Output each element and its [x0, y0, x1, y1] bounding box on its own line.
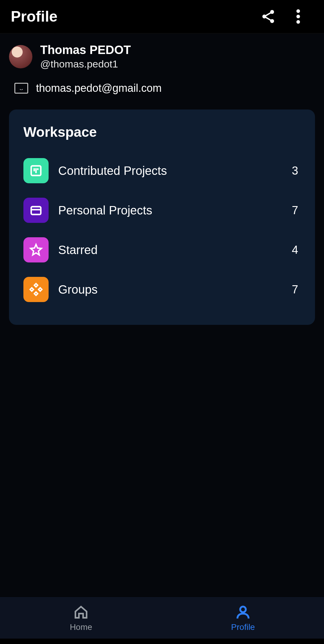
workspace-item-count: 3	[292, 164, 298, 177]
svg-rect-4	[264, 16, 272, 21]
more-vert-icon	[296, 9, 300, 24]
workspace-item-label: Contributed Projects	[58, 164, 292, 178]
user-row[interactable]: Thomas PEDOT @thomas.pedot1	[0, 43, 324, 82]
nav-profile-label: Profile	[231, 622, 255, 632]
groups-icon	[23, 277, 49, 302]
svg-rect-15	[34, 283, 38, 287]
svg-point-7	[296, 20, 300, 24]
bottom-nav: Home Profile	[0, 597, 324, 639]
workspace-item-label: Groups	[58, 283, 292, 296]
system-bar	[0, 639, 324, 644]
svg-point-5	[296, 9, 300, 13]
avatar	[9, 45, 32, 68]
email-row[interactable]: thomas.pedot@gmail.com	[0, 82, 324, 109]
workspace-card: Workspace Contributed Projects 3	[9, 109, 315, 325]
workspace-item-count: 7	[292, 283, 298, 296]
nav-profile[interactable]: Profile	[162, 597, 324, 639]
home-icon	[73, 604, 89, 621]
content: Thomas PEDOT @thomas.pedot1 thomas.pedot…	[0, 34, 324, 597]
mail-icon	[14, 83, 28, 94]
user-text: Thomas PEDOT @thomas.pedot1	[40, 43, 131, 70]
svg-point-6	[296, 15, 300, 18]
profile-icon	[235, 604, 251, 621]
workspace-item-label: Personal Projects	[58, 204, 292, 217]
user-handle: @thomas.pedot1	[40, 58, 131, 70]
folder-icon	[23, 198, 49, 223]
app-bar: Profile	[0, 0, 324, 34]
svg-marker-14	[31, 244, 41, 255]
workspace-item-personal[interactable]: Personal Projects 7	[23, 190, 301, 230]
svg-rect-12	[31, 207, 41, 214]
workspace-item-count: 4	[292, 244, 298, 256]
svg-rect-18	[34, 292, 38, 295]
workspace-title: Workspace	[23, 124, 301, 140]
page-title: Profile	[11, 8, 253, 25]
star-icon	[23, 237, 49, 262]
workspace-item-count: 7	[292, 204, 298, 217]
nav-home-label: Home	[70, 622, 92, 632]
share-icon	[260, 9, 276, 24]
svg-point-19	[240, 607, 246, 612]
workspace-item-contributed[interactable]: Contributed Projects 3	[23, 151, 301, 190]
email-text: thomas.pedot@gmail.com	[36, 82, 162, 94]
workspace-item-label: Starred	[58, 243, 292, 257]
svg-rect-16	[30, 288, 33, 291]
nav-home[interactable]: Home	[0, 597, 162, 639]
user-name: Thomas PEDOT	[40, 43, 131, 56]
workspace-item-starred[interactable]: Starred 4	[23, 230, 301, 270]
share-button[interactable]	[253, 1, 283, 31]
more-button[interactable]	[283, 1, 313, 31]
svg-rect-17	[38, 288, 42, 291]
board-icon	[23, 158, 49, 183]
workspace-item-groups[interactable]: Groups 7	[23, 270, 301, 309]
